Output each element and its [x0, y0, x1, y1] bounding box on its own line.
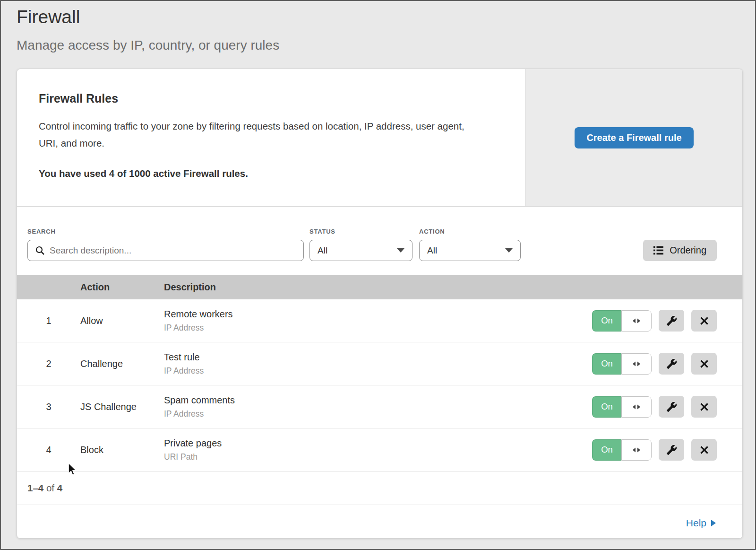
toggle-on-label: On [592, 353, 621, 375]
edit-rule-button[interactable] [659, 439, 684, 461]
left-right-arrows-icon [632, 361, 641, 367]
rule-match-type: IP Address [164, 366, 592, 376]
delete-rule-button[interactable] [691, 310, 717, 332]
toggle-handle[interactable] [621, 396, 652, 418]
rule-description: Remote workers [164, 309, 592, 320]
card-top-section: Firewall Rules Control incoming traffic … [17, 69, 742, 207]
left-right-arrows-icon [632, 404, 641, 410]
rule-controls: On [592, 310, 717, 332]
pagination-range: 1–4 [27, 482, 43, 494]
intro-section: Firewall Rules Control incoming traffic … [17, 69, 525, 206]
rule-match-type: IP Address [164, 409, 592, 419]
pagination: 1–4 of 4 [17, 471, 742, 505]
firewall-rules-card: Firewall Rules Control incoming traffic … [17, 69, 743, 539]
rule-match-type: IP Address [164, 323, 592, 333]
rule-description-cell: Remote workers IP Address [164, 309, 592, 333]
rule-description-cell: Test rule IP Address [164, 352, 592, 376]
toggle-handle[interactable] [621, 353, 652, 375]
help-link-label: Help [686, 517, 706, 529]
cta-panel: Create a Firewall rule [525, 69, 742, 206]
action-label: ACTION [419, 228, 521, 235]
chevron-down-icon [397, 248, 404, 253]
action-selected-value: All [427, 245, 437, 256]
toggle-handle[interactable] [621, 439, 652, 461]
usage-summary: You have used 4 of 1000 active Firewall … [39, 168, 497, 179]
rule-enabled-toggle[interactable]: On [592, 439, 652, 461]
page-subtitle: Manage access by IP, country, or query r… [17, 37, 755, 54]
rule-enabled-toggle[interactable]: On [592, 310, 652, 332]
toggle-on-label: On [592, 310, 621, 332]
chevron-down-icon [505, 248, 513, 253]
rule-enabled-toggle[interactable]: On [592, 353, 652, 375]
table-row: 4 Block Private pages URI Path On [17, 428, 742, 471]
status-group: STATUS All [309, 228, 412, 261]
rule-description: Test rule [164, 352, 592, 363]
left-right-arrows-icon [632, 318, 641, 324]
rule-description-cell: Private pages URI Path [164, 438, 592, 462]
rule-description-cell: Spam comments IP Address [164, 395, 592, 419]
edit-rule-button[interactable] [659, 353, 684, 375]
rule-match-type: URI Path [164, 452, 592, 462]
rule-priority: 1 [17, 315, 80, 326]
action-group: ACTION All [419, 228, 521, 261]
search-icon [35, 246, 45, 255]
rule-action: Challenge [80, 358, 164, 369]
pagination-of-label: of [46, 482, 54, 494]
page-header: Firewall Manage access by IP, country, o… [1, 1, 755, 54]
rule-priority: 2 [17, 358, 80, 369]
card-description: Control incoming traffic to your zone by… [39, 118, 485, 152]
caret-right-icon [711, 520, 716, 526]
table-header: Action Description [17, 275, 742, 299]
toggle-handle[interactable] [621, 310, 652, 332]
ordering-button-label: Ordering [670, 245, 706, 256]
search-input[interactable] [50, 240, 303, 261]
wrench-icon [666, 402, 677, 412]
rule-description: Private pages [164, 438, 592, 449]
close-icon [700, 445, 709, 454]
table-row: 1 Allow Remote workers IP Address On [17, 299, 742, 342]
close-icon [700, 316, 709, 325]
status-select[interactable]: All [309, 240, 412, 261]
app-window: Firewall Manage access by IP, country, o… [0, 0, 756, 550]
delete-rule-button[interactable] [691, 353, 717, 375]
card-footer: Help [17, 505, 742, 539]
rule-controls: On [592, 396, 717, 418]
delete-rule-button[interactable] [691, 439, 717, 461]
toggle-on-label: On [592, 396, 621, 418]
rule-priority: 3 [17, 402, 80, 412]
table-row: 3 JS Challenge Spam comments IP Address … [17, 385, 742, 428]
page-title: Firewall [17, 6, 755, 28]
wrench-icon [666, 358, 677, 369]
edit-rule-button[interactable] [659, 396, 684, 418]
action-column-header: Action [80, 282, 164, 293]
status-selected-value: All [318, 245, 327, 256]
rule-priority: 4 [17, 445, 80, 455]
wrench-icon [666, 445, 677, 455]
status-label: STATUS [309, 228, 412, 235]
delete-rule-button[interactable] [691, 396, 717, 418]
rule-controls: On [592, 439, 717, 461]
help-link[interactable]: Help [686, 517, 716, 529]
pagination-total: 4 [57, 482, 62, 494]
rule-description: Spam comments [164, 395, 592, 406]
search-group: SEARCH [27, 228, 304, 261]
rule-controls: On [592, 353, 717, 375]
rule-action: JS Challenge [80, 402, 164, 412]
card-heading: Firewall Rules [39, 92, 497, 105]
left-right-arrows-icon [632, 447, 641, 453]
search-label: SEARCH [27, 228, 304, 235]
description-column-header: Description [164, 282, 742, 293]
toggle-on-label: On [592, 439, 621, 461]
create-firewall-rule-button[interactable]: Create a Firewall rule [575, 127, 693, 148]
close-icon [700, 402, 709, 411]
wrench-icon [666, 315, 677, 326]
close-icon [700, 359, 709, 368]
ordering-button[interactable]: Ordering [643, 240, 717, 261]
action-select[interactable]: All [419, 240, 521, 261]
search-field [27, 240, 304, 261]
rule-enabled-toggle[interactable]: On [592, 396, 652, 418]
rule-action: Allow [80, 315, 164, 326]
list-ordering-icon [653, 246, 663, 255]
edit-rule-button[interactable] [659, 310, 684, 332]
table-row: 2 Challenge Test rule IP Address On [17, 342, 742, 385]
